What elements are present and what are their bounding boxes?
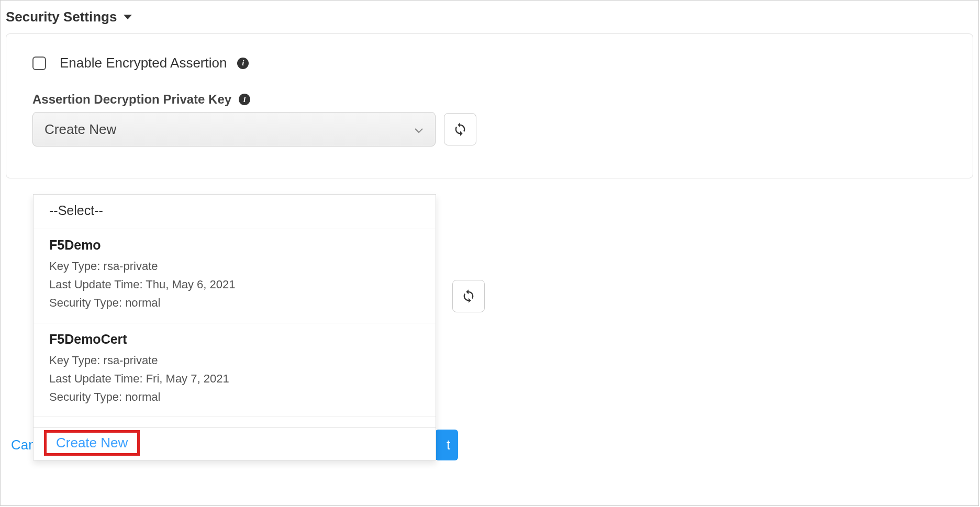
private-key-label: Assertion Decryption Private Key — [32, 92, 231, 107]
private-key-selected-value: Create New — [44, 121, 116, 138]
section-title: Security Settings — [6, 9, 117, 25]
dropdown-option-f5demo[interactable]: F5Demo Key Type: rsa-private Last Update… — [34, 229, 436, 323]
option-title: F5DemoCert — [49, 332, 420, 347]
private-key-dropdown: --Select-- F5Demo Key Type: rsa-private … — [33, 194, 436, 460]
caret-down-icon — [123, 14, 132, 20]
security-settings-header[interactable]: Security Settings — [1, 1, 978, 30]
option-title: F5Demo — [49, 238, 420, 253]
enable-encrypted-assertion-label: Enable Encrypted Assertion — [60, 55, 227, 71]
create-new-link[interactable]: Create New — [56, 435, 128, 450]
dropdown-option-cutoff[interactable] — [34, 417, 436, 427]
footer-bg — [1, 458, 978, 505]
dropdown-scroll[interactable]: --Select-- F5Demo Key Type: rsa-private … — [34, 195, 436, 427]
dropdown-option-placeholder[interactable]: --Select-- — [34, 195, 436, 229]
info-icon[interactable]: i — [239, 94, 250, 105]
private-key-select[interactable]: Create New — [32, 112, 436, 147]
security-settings-panel: Enable Encrypted Assertion i Assertion D… — [6, 33, 973, 178]
info-icon[interactable]: i — [237, 58, 249, 69]
chevron-down-icon — [414, 121, 424, 138]
refresh-button[interactable] — [444, 113, 476, 145]
dropdown-option-f5democert[interactable]: F5DemoCert Key Type: rsa-private Last Up… — [34, 323, 436, 418]
refresh-button-2[interactable] — [452, 280, 485, 312]
enable-encrypted-assertion-checkbox[interactable] — [32, 57, 46, 70]
create-new-highlight: Create New — [44, 430, 140, 456]
next-button[interactable]: t — [435, 430, 458, 460]
